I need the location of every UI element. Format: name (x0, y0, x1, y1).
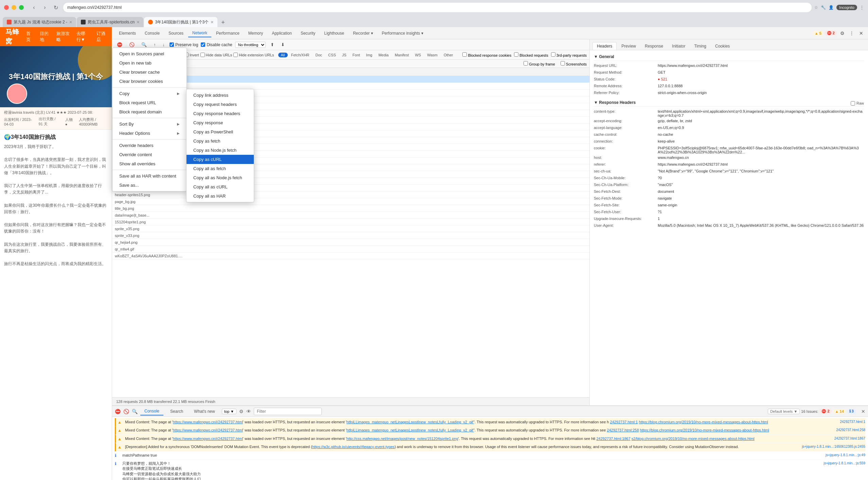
submenu-copy-all-har[interactable]: Copy all as HAR (187, 191, 254, 201)
console-link-9[interactable]: https://www.mafengwo.cn/i/24292737.html (173, 437, 243, 441)
network-row-24[interactable]: sprite_v33.png (112, 232, 589, 239)
disable-cache-checkbox[interactable] (201, 42, 205, 47)
nav-destination[interactable]: 目的地 (40, 31, 50, 43)
console-source-6[interactable]: js+jquery-1.8.1.min...:js:559 (823, 461, 865, 466)
filter-type-doc[interactable]: Doc (313, 53, 325, 57)
ctx-block-url[interactable]: Block request URL (112, 98, 187, 107)
details-tab-cookies[interactable]: Cookies (711, 42, 734, 50)
tab-close-js[interactable]: × (69, 19, 72, 25)
network-row-21[interactable]: data/image/jt_base... (112, 212, 589, 219)
submenu-copy-all-curl[interactable]: Copy all as cURL (187, 182, 254, 191)
tab-close-spider[interactable]: × (137, 19, 139, 25)
devtools-tab-elements[interactable]: Elements (115, 30, 140, 37)
ctx-override-content[interactable]: Override content (112, 150, 187, 159)
devtools-tab-network[interactable]: Network (188, 29, 211, 37)
console-tab-search[interactable]: Search (166, 408, 187, 415)
console-source-1[interactable]: 24292737.html:1 (840, 420, 865, 424)
nav-guide[interactable]: 旅游攻略 (56, 31, 70, 43)
close-button[interactable] (4, 5, 9, 10)
console-visible-icon[interactable]: 👁 (246, 409, 251, 414)
ctx-clear-cookies[interactable]: Clear browser cookies (112, 77, 187, 86)
network-row-27[interactable]: wKoBZT_4aSAVJ6uAAA2J0PZoU881.one?ImageMo… (112, 253, 589, 259)
record-button[interactable]: ⛔ (115, 41, 124, 48)
devtools-tab-security[interactable]: Security (297, 30, 319, 37)
hide-data-urls-checkbox[interactable] (200, 53, 205, 57)
hide-extension-checkbox[interactable] (233, 53, 238, 57)
devtools-tab-sources[interactable]: Sources (164, 30, 188, 37)
ctx-open-sources[interactable]: Open in Sources panel (112, 49, 187, 58)
bookmark-icon[interactable]: ☆ (814, 5, 818, 10)
network-row-25[interactable]: qr_hejia4.png (112, 239, 589, 246)
top-select[interactable]: top ▼ (222, 409, 236, 414)
filter-type-js[interactable]: JS (339, 53, 349, 57)
console-tab-whatsnew[interactable]: What's new (190, 408, 219, 415)
nav-where[interactable]: 去哪行▼ (76, 31, 90, 43)
screenshots-checkbox[interactable] (561, 61, 565, 66)
import-button[interactable]: ↑ (152, 41, 158, 48)
console-link-6[interactable]: htfpiLLimages_matenguo_netLinagesLpostIn… (347, 428, 474, 432)
filter-type-ws[interactable]: WS (412, 53, 424, 57)
group-by-frame-checkbox[interactable] (524, 61, 528, 66)
submenu-copy-powershell[interactable]: Copy as PowerShell (187, 127, 254, 136)
new-tab-button[interactable]: + (218, 18, 228, 27)
filter-type-media[interactable]: Media (376, 53, 391, 57)
network-row-22[interactable]: 151204sprite1.png (112, 219, 589, 225)
ctx-sort-by[interactable]: Sort By ▶ (112, 119, 187, 129)
devtools-tab-lighthouse[interactable]: Lighthouse (320, 30, 348, 37)
console-source-3[interactable]: 24292737.html:1867 (834, 436, 865, 441)
console-link-4[interactable]: https://blog.chromium.org/2019/10/no-mor… (639, 420, 768, 424)
devtools-tab-performance[interactable]: Performance (212, 30, 244, 37)
clear-console-btn[interactable]: 🚫 (123, 409, 129, 414)
throttle-select[interactable]: No throttling Slow 3G Fast 3G (235, 42, 266, 48)
close-console-btn[interactable]: ✕ (861, 409, 865, 414)
console-link-10[interactable]: http://css.mafengwo.net/images/post/new_… (347, 437, 458, 441)
devtools-tab-console[interactable]: Console (141, 30, 164, 37)
blocked-cookies-checkbox[interactable] (462, 52, 467, 57)
filter-type-font[interactable]: Font (350, 53, 363, 57)
console-link-12[interactable]: s2/blog.chromium.org/2019/10/no-more-mix… (632, 437, 755, 441)
more-icon[interactable]: ⋮ (848, 29, 856, 37)
details-tab-preview[interactable]: Preview (617, 42, 640, 50)
settings-icon[interactable]: ⚙ (838, 29, 846, 37)
submenu-copy-resp-headers[interactable]: Copy response headers (187, 109, 254, 118)
ctx-clear-cache[interactable]: Clear browser cache (112, 68, 187, 77)
filter-icon-button[interactable]: 🔍 (139, 41, 149, 48)
clear-button[interactable]: 🚫 (127, 41, 137, 48)
raw-toggle-checkbox[interactable] (851, 101, 855, 106)
details-tab-headers[interactable]: Headers (592, 42, 617, 50)
network-row-19[interactable]: page_bg.jpg (112, 198, 589, 205)
reload-button[interactable]: ↻ (51, 3, 60, 12)
details-tab-timing[interactable]: Timing (690, 42, 710, 50)
console-link-5[interactable]: https://www.mafengwo.cn/i/24292737.html (173, 428, 243, 432)
console-link-13[interactable]: https://w3c.github.io/uievents/#legacy-e… (312, 445, 395, 449)
filter-type-manifest[interactable]: Manifest (392, 53, 412, 57)
download-icon-button[interactable]: ⬇ (279, 41, 287, 48)
blocked-requests-checkbox[interactable] (514, 52, 518, 57)
details-tab-response[interactable]: Response (641, 42, 667, 50)
filter-type-css[interactable]: CSS (325, 53, 339, 57)
details-tab-initiator[interactable]: Initiator (668, 42, 689, 50)
preserve-log-checkbox[interactable] (170, 42, 174, 47)
ctx-block-domain[interactable]: Block request domain (112, 107, 187, 116)
submenu-copy-link[interactable]: Copy link address (187, 91, 254, 100)
devtools-tab-recorder[interactable]: Recorder ▾ (349, 30, 377, 37)
filter-type-fetch[interactable]: Fetch/XHR (288, 53, 312, 57)
filter-icon-2[interactable]: ⚙ (239, 409, 244, 414)
console-link-8[interactable]: https://blog.chromium.org/2019/10/no-mor… (640, 428, 769, 432)
tab-js[interactable]: 第九题 Js 混淆 动态cookie 2 - × (3, 17, 76, 27)
ctx-open-new-tab[interactable]: Open in new tab (112, 58, 187, 68)
devtools-tab-perf-insights[interactable]: Performance insights ▾ (378, 30, 427, 37)
devtools-tab-application[interactable]: Application (268, 30, 296, 37)
ctx-show-overrides[interactable]: Show all overrides (112, 159, 187, 168)
console-filter-input[interactable] (254, 408, 322, 415)
submenu-copy-curl[interactable]: Copy as cURL (187, 155, 254, 164)
upload-icon-button[interactable]: ⬆ (268, 41, 276, 48)
network-row-18[interactable]: header-sprites15.png (112, 191, 589, 198)
console-link-2[interactable]: htfpiLLimages_matenguo_netLinagesLpostIn… (347, 420, 474, 424)
ctx-header-options[interactable]: Header Options ▶ (112, 129, 187, 138)
network-row-23[interactable]: sprite_v35.png (112, 225, 589, 232)
third-party-checkbox[interactable] (551, 52, 555, 57)
console-source-4[interactable]: js+jquery-1.8.1.min...:1650612385.js:245… (802, 444, 865, 449)
submenu-copy-all-fetch[interactable]: Copy all as fetch (187, 164, 254, 173)
console-filter-icon[interactable]: 🔍 (132, 409, 138, 414)
